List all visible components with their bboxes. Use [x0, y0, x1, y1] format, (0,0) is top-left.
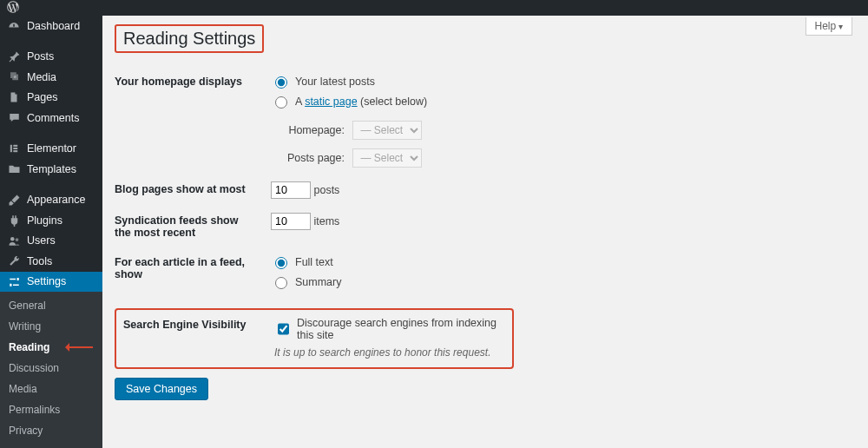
settings-form: Your homepage displays Your latest posts… [115, 67, 852, 301]
field-label-blog-pages: Blog pages show at most [115, 175, 262, 206]
wordpress-logo-icon[interactable] [7, 1, 19, 16]
sidebar-label: Plugins [27, 214, 62, 227]
sidebar-label: Settings [27, 275, 66, 287]
sidebar-item-media[interactable]: Media [0, 67, 102, 88]
field-label-syndication: Syndication feeds show the most recent [115, 206, 262, 247]
suffix-text: items [313, 215, 339, 227]
users-icon [7, 234, 21, 247]
highlight-arrow-icon [61, 343, 93, 352]
suffix-text: posts [313, 184, 339, 196]
sidebar-item-plugins[interactable]: Plugins [0, 210, 102, 231]
content-area: Help Reading Settings Your homepage disp… [102, 16, 868, 448]
field-label-feed-article: For each article in a feed, show [115, 247, 262, 301]
submenu-label: Discussion [9, 362, 59, 374]
radio-summary[interactable] [275, 277, 287, 289]
svg-rect-4 [13, 150, 17, 152]
radio-label: Your latest posts [295, 76, 375, 88]
blog-pages-input[interactable] [271, 181, 311, 199]
sidebar-label: Elementor [27, 142, 76, 155]
static-page-link[interactable]: static page [305, 96, 357, 108]
sidebar-label: Users [27, 234, 56, 247]
folder-icon [7, 162, 21, 176]
sev-description: It is up to search engines to honor this… [274, 346, 502, 359]
comment-icon [7, 111, 21, 125]
radio-label: Full text [295, 256, 333, 268]
help-label: Help [815, 20, 837, 32]
submenu-label: Privacy [9, 425, 43, 437]
svg-point-6 [15, 238, 18, 241]
media-icon [7, 70, 21, 84]
sev-checkbox[interactable] [278, 323, 289, 335]
radio-label: A static page (select below) [295, 96, 427, 108]
text: (select below) [358, 96, 428, 108]
svg-rect-1 [10, 145, 12, 152]
sidebar-item-comments[interactable]: Comments [0, 108, 102, 128]
submenu-label: Permalinks [9, 404, 60, 416]
sidebar-label: Posts [27, 50, 54, 63]
search-engine-visibility-box: Search Engine Visibility Discourage sear… [115, 308, 514, 369]
checkbox-label: Discourage search engines from indexing … [297, 317, 502, 341]
submenu-item-reading[interactable]: Reading [0, 337, 102, 358]
field-label-sev: Search Engine Visibility [120, 313, 267, 362]
sidebar-item-elementor[interactable]: Elementor [0, 139, 102, 160]
submenu-item-discussion[interactable]: Discussion [0, 358, 102, 379]
sidebar-label: Dashboard [27, 20, 80, 32]
submenu-item-privacy[interactable]: Privacy [0, 420, 102, 441]
sidebar-item-users[interactable]: Users [0, 231, 102, 252]
homepage-dropdown-label: Homepage: [271, 124, 345, 136]
submenu-item-media[interactable]: Media [0, 379, 102, 399]
sidebar-label: Tools [27, 255, 52, 267]
plug-icon [7, 214, 21, 227]
sidebar-label: Comments [27, 112, 79, 124]
pin-icon [7, 49, 21, 63]
sidebar-item-tools[interactable]: Tools [0, 251, 102, 272]
field-label-homepage: Your homepage displays [115, 67, 262, 175]
sidebar-item-dashboard[interactable]: Dashboard [0, 16, 102, 36]
sidebar-item-settings[interactable]: Settings [0, 272, 102, 293]
syndication-input[interactable] [271, 213, 311, 230]
radio-static-page[interactable] [275, 96, 287, 109]
postspage-dropdown-label: Posts page: [271, 152, 345, 164]
submenu-item-writing[interactable]: Writing [0, 316, 102, 337]
text: A [295, 96, 305, 108]
sidebar-label: Pages [27, 91, 57, 103]
submenu-label: Reading [9, 341, 49, 353]
brush-icon [7, 193, 21, 207]
save-changes-button[interactable]: Save Changes [115, 378, 208, 400]
radio-label: Summary [295, 276, 341, 288]
submenu-item-permalinks[interactable]: Permalinks [0, 399, 102, 420]
sliders-icon [7, 274, 21, 288]
radio-latest-posts[interactable] [275, 76, 287, 89]
submenu-label: Media [9, 383, 37, 395]
svg-point-0 [13, 76, 16, 78]
sidebar-item-appearance[interactable]: Appearance [0, 190, 102, 211]
submenu-label: General [9, 300, 46, 312]
elementor-icon [7, 142, 21, 155]
svg-point-5 [10, 237, 15, 241]
homepage-select[interactable]: — Select — [352, 121, 422, 140]
sidebar-label: Templates [27, 163, 76, 175]
sidebar-item-templates[interactable]: Templates [0, 159, 102, 180]
dashboard-icon [7, 19, 21, 33]
page-icon [7, 90, 21, 104]
submenu-item-general[interactable]: General [0, 295, 102, 316]
svg-rect-2 [13, 145, 17, 147]
settings-submenu: General Writing Reading Discussion Media… [0, 292, 102, 448]
admin-bar [0, 0, 868, 16]
sidebar-label: Media [27, 71, 56, 83]
sidebar-item-pages[interactable]: Pages [0, 88, 102, 109]
admin-sidebar: Dashboard Posts Media Pages Comments Ele… [0, 16, 102, 448]
wrench-icon [7, 254, 21, 268]
radio-full-text[interactable] [275, 257, 287, 269]
sidebar-label: Appearance [27, 194, 85, 206]
postspage-select[interactable]: — Select — [352, 148, 422, 168]
help-tab[interactable]: Help [806, 17, 852, 36]
sidebar-item-posts[interactable]: Posts [0, 47, 102, 68]
page-title: Reading Settings [115, 24, 264, 53]
svg-rect-3 [13, 148, 17, 149]
submenu-label: Writing [9, 320, 41, 333]
